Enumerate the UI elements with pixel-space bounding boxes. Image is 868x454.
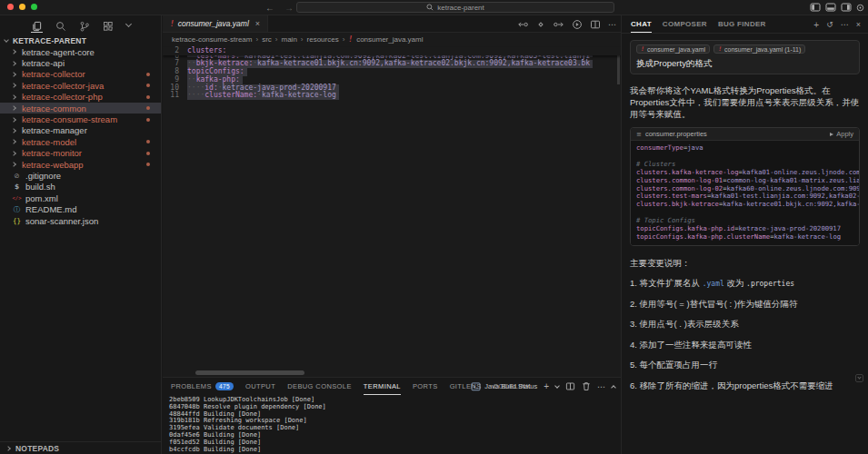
panel-tab-label: PORTS <box>413 382 438 390</box>
panel-more-icon[interactable]: ⋯ <box>597 382 605 391</box>
scroll-down-icon[interactable] <box>855 374 863 382</box>
terminal-icon <box>471 382 481 391</box>
properties-value: ketrace-java-prod-20200917 <box>739 224 842 232</box>
toggle-primary-sidebar-icon[interactable] <box>810 3 821 12</box>
history-forward-icon[interactable]: → <box>284 3 294 13</box>
editor-area: ! consumer_java.yaml × ⋯ ketrace-consume… <box>163 15 621 454</box>
properties-line: consumerType=java <box>636 144 853 153</box>
panel-tab-output[interactable]: OUTPUT <box>245 378 275 395</box>
apply-label: Apply <box>836 130 853 138</box>
panel-tab-ports[interactable]: PORTS <box>413 378 438 395</box>
minimize-window-icon[interactable] <box>19 4 25 10</box>
tree-item-ketrace-agent-core[interactable]: ketrace-agent-core <box>0 46 161 57</box>
tree-item-sonar-scanner-json[interactable]: {}sonar-scanner.json <box>0 215 161 226</box>
tree-item--gitignore[interactable]: ⊘.gitignore <box>0 170 161 181</box>
notepads-section[interactable]: NOTEPADS <box>0 441 161 454</box>
chevron-right-icon <box>11 94 16 100</box>
breadcrumb-item[interactable]: ketrace-consume-stream <box>172 35 252 44</box>
tree-item-readme-md[interactable]: ⓘREADME.md <box>0 203 161 214</box>
kill-terminal-icon[interactable] <box>582 381 591 391</box>
properties-comment: # Clusters <box>636 160 675 168</box>
more-views-icon[interactable] <box>126 22 131 29</box>
close-chat-icon[interactable]: × <box>856 20 861 29</box>
terminal-profile[interactable]: Java Build Status <box>471 382 537 391</box>
tree-item-ketrace-api[interactable]: ketrace-api <box>0 57 161 68</box>
user-message: 换成Property的格式 <box>636 58 853 70</box>
context-chip[interactable]: !consumer_java.yaml (1-11) <box>713 44 805 54</box>
close-window-icon[interactable] <box>7 4 14 10</box>
tree-item-ketrace-collector[interactable]: ketrace-collector <box>0 69 161 80</box>
tree-item-build-sh[interactable]: $build.sh <box>0 182 161 192</box>
tree-item-ketrace-model[interactable]: ketrace-model <box>0 136 161 147</box>
tree-item-label: pom.xml <box>25 193 58 203</box>
code-block-body[interactable]: consumerType=java​# Clustersclusters.kaf… <box>631 141 859 245</box>
properties-key: clusters.common-log-01 <box>636 176 723 184</box>
terminal-output[interactable]: 2beb8509 LookupJDKToolchainsJob [Done]68… <box>163 395 621 453</box>
horizontal-scrollbar[interactable] <box>195 370 304 375</box>
file-tree: ketrace-agent-coreketrace-apiketrace-col… <box>0 46 161 226</box>
tree-item-ketrace-monitor[interactable]: ketrace-monitor <box>0 148 161 159</box>
split-terminal-icon[interactable] <box>565 381 575 391</box>
more-actions-icon[interactable]: ⋯ <box>608 20 616 29</box>
next-change-icon[interactable] <box>554 19 564 30</box>
properties-value: kafka01-test.lianjia.com:9092,kafka02-te… <box>711 192 859 200</box>
terminal-profile-label: Java Build Status <box>484 382 537 390</box>
ignore-file-icon: ⊘ <box>12 172 22 180</box>
explorer-root[interactable]: KETRACE-PARENT <box>0 35 161 46</box>
search-icon[interactable] <box>55 19 66 32</box>
history-back-icon[interactable]: ← <box>265 3 274 13</box>
panel-tab-debug-console[interactable]: DEBUG CONSOLE <box>287 378 352 395</box>
tree-item-ketrace-webapp[interactable]: ketrace-webapp <box>0 159 161 170</box>
new-chat-icon[interactable]: + <box>813 20 819 30</box>
tree-item-ketrace-common[interactable]: ketrace-common <box>0 103 161 114</box>
tree-item-ketrace-consume-stream[interactable]: ketrace-consume-stream <box>0 114 161 124</box>
tree-item-ketrace-collector-php[interactable]: ketrace-collector-php <box>0 92 161 103</box>
properties-key: topicConfigs.kafka-php.id <box>636 224 734 232</box>
chat-tab-chat[interactable]: CHAT <box>631 15 652 33</box>
chat-tab-composer[interactable]: COMPOSER <box>663 15 707 33</box>
yaml-file-icon: ! <box>170 20 175 28</box>
extensions-icon[interactable] <box>103 19 114 32</box>
breadcrumb-item[interactable]: main <box>282 35 297 44</box>
chat-history-icon[interactable]: ↺ <box>826 20 833 29</box>
editor-line: 11····clusterName:·kafka-ketrace-log <box>163 92 621 100</box>
chat-tab-bug-finder[interactable]: BUG FINDER <box>718 15 766 33</box>
breadcrumb-item[interactable]: consumer_java.yaml <box>356 35 423 44</box>
context-chip[interactable]: !consumer_java.yaml <box>636 44 710 54</box>
change-item: 2. 使用等号( = )替代冒号( : )作为键值分隔符 <box>630 299 860 311</box>
source-control-icon[interactable] <box>79 19 90 32</box>
selection-highlight: ··test-mars:·kafka01-test.lianjia.com:90… <box>187 55 593 57</box>
chat-more-icon[interactable]: ⋯ <box>841 20 849 29</box>
explorer-icon[interactable] <box>31 19 43 33</box>
panel-tab-terminal[interactable]: TERMINAL <box>364 378 401 395</box>
editor-code[interactable]: 2clusters:6··test-mars:·kafka01-test.lia… <box>163 46 621 100</box>
breadcrumb-item[interactable]: resources <box>307 35 339 44</box>
change-item: 4. 添加了一些注释来提高可读性 <box>630 340 860 351</box>
change-marker-icon[interactable] <box>535 19 546 30</box>
tree-item-ketrace-collector-java[interactable]: ketrace-collector-java <box>0 80 161 91</box>
command-center-search[interactable]: ketrace-parent <box>296 2 614 13</box>
breadcrumb-item[interactable]: src <box>262 35 272 44</box>
previous-change-icon[interactable] <box>517 19 528 30</box>
toggle-secondary-sidebar-icon[interactable] <box>841 3 852 12</box>
run-file-icon[interactable] <box>572 19 583 30</box>
toggle-panel-icon[interactable] <box>825 3 836 12</box>
tab-consumer-java-yaml[interactable]: ! consumer_java.yaml × <box>163 15 268 32</box>
close-tab-icon[interactable]: × <box>255 19 260 28</box>
terminal-dropdown-icon[interactable] <box>554 383 560 389</box>
change-text: 5. 每个配置项占用一行 <box>630 360 717 370</box>
modified-dot-icon <box>146 152 150 155</box>
panel-tab-problems[interactable]: PROBLEMS475 <box>171 378 234 395</box>
yaml-value: kafka-ketrace-log <box>262 91 336 99</box>
customize-layout-icon[interactable] <box>856 4 864 12</box>
apply-button[interactable]: Apply <box>830 130 853 138</box>
root-folder-label: KETRACE-PARENT <box>13 36 86 45</box>
maximize-panel-icon[interactable] <box>611 385 616 390</box>
chevron-right-icon <box>11 105 16 111</box>
tree-item-label: ketrace-model <box>22 137 76 147</box>
tree-item-ketrace-manager[interactable]: ketrace-manager <box>0 125 161 136</box>
tree-item-pom-xml[interactable]: </>pom.xml <box>0 192 161 203</box>
new-terminal-icon[interactable]: + <box>544 381 549 391</box>
zoom-window-icon[interactable] <box>31 4 37 10</box>
split-editor-icon[interactable] <box>590 19 601 30</box>
